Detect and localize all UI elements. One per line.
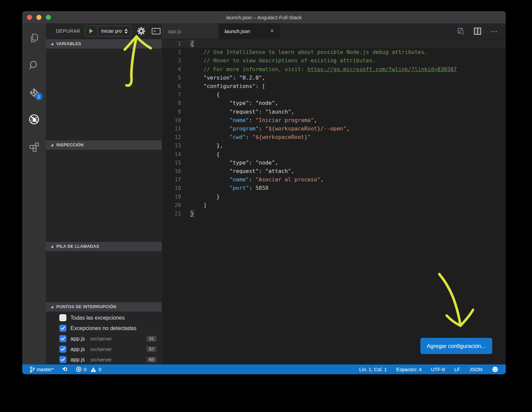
feedback-smiley-button[interactable] (489, 366, 501, 373)
code-line-13[interactable]: 13 }, (162, 141, 506, 150)
watch-panel (46, 150, 162, 241)
indentation[interactable]: Espacios: 4 (393, 367, 424, 372)
call-stack-panel (46, 251, 162, 302)
split-editor-icon (474, 27, 481, 35)
line-content: "version": "0.2.0", (190, 73, 265, 82)
section-variables[interactable]: VARIABLES (46, 39, 162, 49)
tab-bar: app.js launch.json × (162, 23, 506, 39)
checkbox-checked[interactable] (59, 335, 66, 342)
find-in-file-button[interactable] (457, 27, 465, 35)
breakpoints-list: Todas las excepcionesExcepciones no dete… (46, 312, 162, 364)
debug-icon[interactable] (28, 114, 40, 125)
line-content: { (190, 150, 220, 158)
line-content: "port": 5858 (190, 184, 268, 192)
twistie-icon (51, 245, 53, 248)
line-content: ] (190, 201, 207, 209)
search-icon[interactable] (28, 60, 40, 71)
split-editor-button[interactable] (474, 27, 481, 35)
console-icon: > (152, 28, 160, 34)
code-line-21[interactable]: 21} (162, 209, 506, 218)
configure-gear-button[interactable] (136, 26, 146, 36)
variables-panel (46, 49, 162, 140)
close-tab-icon[interactable]: × (270, 28, 274, 34)
twistie-icon (51, 42, 53, 45)
sync-button[interactable]: ⟳ (60, 364, 70, 374)
code-line-6[interactable]: 6 "configurations": [ (162, 82, 506, 90)
code-line-8[interactable]: 8 "type": "node", (162, 99, 506, 107)
code-line-2[interactable]: 2 // Use IntelliSense to learn about pos… (162, 48, 506, 56)
vscode-window: launch.json – Angular2-Full-Stack (22, 11, 506, 374)
breakpoint-label: Excepciones no detectadas (70, 325, 137, 331)
code-line-1[interactable]: 1{ (162, 39, 506, 48)
code-line-15[interactable]: 15 "type": "node", (162, 158, 506, 167)
select-arrows-icon (124, 29, 128, 34)
code-line-19[interactable]: 19 } (162, 193, 506, 201)
status-bar-right: Lín. 1, Col. 1 Espacios: 4 UTF-8 LF JSON (356, 366, 501, 373)
code-line-9[interactable]: 9 "request": "launch", (162, 108, 506, 116)
git-branch-item[interactable]: master* (27, 364, 56, 374)
section-call-stack[interactable]: PILA DE LLAMADAS (46, 241, 162, 251)
start-debug-button[interactable] (85, 26, 98, 36)
code-line-11[interactable]: 11 "program": "${workspaceRoot}/--open", (162, 124, 506, 133)
breakpoint-row[interactable]: Excepciones no detectadas (46, 323, 162, 333)
extensions-icon[interactable] (28, 141, 40, 152)
cursor-position[interactable]: Lín. 1, Col. 1 (356, 367, 389, 372)
explorer-icon[interactable] (28, 33, 40, 44)
breakpoint-row[interactable]: app.jssrc/server31 (46, 333, 162, 344)
line-content: "name": "Iniciar programa", (190, 116, 317, 124)
section-watch[interactable]: INSPECCIÓN (46, 140, 162, 150)
code-line-3[interactable]: 3 // Hover to view descriptions of exist… (162, 56, 506, 65)
breakpoint-row[interactable]: app.jssrc/server65 (46, 354, 162, 364)
line-number: 21 (162, 209, 181, 218)
eol[interactable]: LF (451, 367, 463, 372)
more-actions-button[interactable]: … (490, 28, 498, 31)
code-line-4[interactable]: 4 // For more information, visit: https:… (162, 65, 506, 73)
checkbox-unchecked[interactable] (59, 314, 66, 321)
line-number: 17 (162, 175, 181, 184)
play-icon (89, 29, 93, 33)
code-line-12[interactable]: 12 "cwd": "${workspaceRoot}" (162, 133, 506, 141)
checkbox-checked[interactable] (59, 356, 66, 363)
code-line-17[interactable]: 17 "name": "Asociar al proceso", (162, 175, 506, 184)
twistie-icon (51, 144, 53, 146)
code-line-20[interactable]: 20 ] (162, 201, 506, 209)
line-content: "program": "${workspaceRoot}/--open", (190, 124, 350, 133)
open-debug-console-button[interactable]: > (151, 26, 161, 36)
code-line-7[interactable]: 7 { (162, 90, 506, 99)
line-number: 14 (162, 150, 181, 158)
problems-item[interactable]: 0 0 (73, 364, 104, 374)
add-configuration-button[interactable]: Agregar configuración... (420, 338, 492, 354)
tab-app-js[interactable]: app.js (162, 23, 218, 39)
line-content: }, (190, 141, 223, 150)
line-content: "name": "Asociar al proceso", (190, 175, 324, 184)
line-content: "configurations": [ (190, 82, 265, 90)
encoding[interactable]: UTF-8 (428, 367, 447, 372)
checkbox-checked[interactable] (59, 346, 66, 353)
code-line-10[interactable]: 10 "name": "Iniciar programa", (162, 116, 506, 124)
language-mode[interactable]: JSON (467, 367, 485, 372)
breakpoint-row[interactable]: app.jssrc/server57 (46, 344, 162, 354)
line-content: "request": "attach", (190, 167, 294, 175)
line-content: "cwd": "${workspaceRoot}" (190, 133, 311, 141)
scm-pending-badge: 1 (35, 93, 42, 100)
section-breakpoints[interactable]: PUNTOS DE INTERRUPCIÓN (46, 302, 162, 312)
source-control-icon[interactable]: 1 (28, 87, 40, 98)
code-editor[interactable]: 1{2 // Use IntelliSense to learn about p… (162, 39, 506, 364)
git-branch-icon (30, 366, 35, 373)
breakpoint-row[interactable]: Todas las excepciones (46, 313, 162, 323)
checkbox-checked[interactable] (59, 325, 66, 332)
code-line-18[interactable]: 18 "port": 5858 (162, 184, 506, 192)
smiley-icon (492, 366, 498, 373)
code-line-5[interactable]: 5 "version": "0.2.0", (162, 73, 506, 82)
line-number: 13 (162, 141, 181, 150)
launch-config-select[interactable]: Iniciar pro (98, 26, 131, 36)
tab-launch-json[interactable]: launch.json × (218, 23, 280, 39)
line-content: { (190, 90, 220, 99)
debug-sidebar: DEPURAR Iniciar pro (46, 23, 162, 364)
code-line-16[interactable]: 16 "request": "attach", (162, 167, 506, 175)
desktop-background: launch.json – Angular2-Full-Stack (0, 0, 532, 412)
line-number: 8 (162, 99, 181, 107)
line-number: 11 (162, 124, 181, 133)
breakpoint-line-badge: 65 (147, 357, 156, 362)
code-line-14[interactable]: 14 { (162, 150, 506, 158)
